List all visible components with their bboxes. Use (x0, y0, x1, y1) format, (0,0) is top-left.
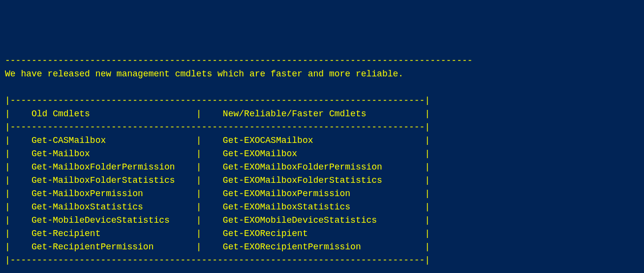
table-row: | Get-MailboxFolderStatistics | Get-EXOM… (5, 175, 430, 185)
table-border-top: |---------------------------------------… (5, 96, 430, 105)
table-border-bottom: |---------------------------------------… (5, 255, 430, 265)
table-row: | Get-Recipient | Get-EXORecipient | (5, 229, 430, 239)
table-row: | Get-MailboxPermission | Get-EXOMailbox… (5, 189, 430, 199)
table-row: | Get-MailboxStatistics | Get-EXOMailbox… (5, 202, 430, 212)
intro-text: We have released new management cmdlets … (5, 69, 403, 79)
table-row: | Get-RecipientPermission | Get-EXORecip… (5, 242, 430, 252)
table-row: | Get-MailboxFolderPermission | Get-EXOM… (5, 162, 430, 172)
table-header: | Old Cmdlets | New/Reliable/Faster Cmdl… (5, 109, 430, 119)
powershell-terminal[interactable]: ----------------------------------------… (0, 53, 644, 273)
table-row: | Get-Mailbox | Get-EXOMailbox | (5, 149, 430, 159)
table-row: | Get-MobileDeviceStatistics | Get-EXOMo… (5, 215, 430, 225)
table-separator: |---------------------------------------… (5, 122, 430, 132)
table-row: | Get-CASMailbox | Get-EXOCASMailbox | (5, 136, 430, 145)
divider-top: ----------------------------------------… (5, 56, 473, 66)
